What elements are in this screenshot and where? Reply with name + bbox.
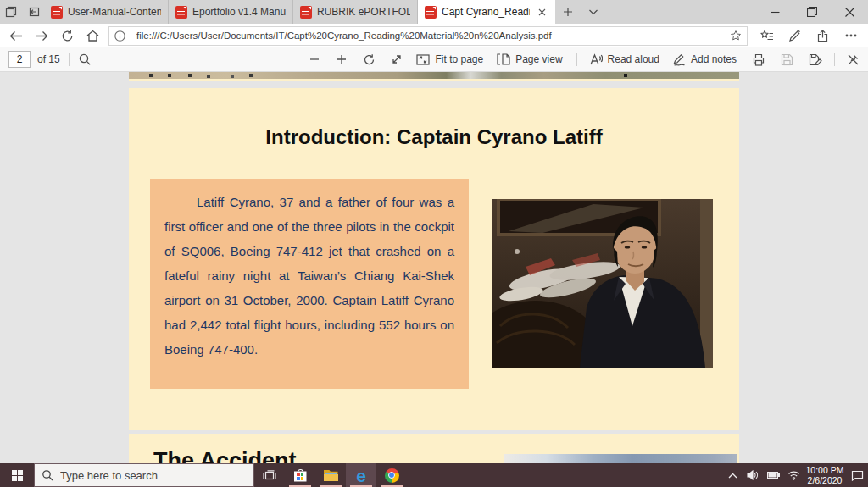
battery-icon[interactable] bbox=[763, 463, 783, 487]
share-button[interactable] bbox=[809, 25, 837, 47]
window-controls bbox=[756, 0, 868, 24]
search-icon bbox=[42, 469, 53, 481]
page-title: Introduction: Captain Cyrano Latiff bbox=[129, 125, 739, 149]
page-1-image-marks bbox=[149, 74, 153, 77]
toolbar-divider bbox=[834, 53, 835, 66]
page-total-label: of 15 bbox=[37, 53, 60, 65]
start-button[interactable] bbox=[0, 463, 34, 487]
back-button[interactable] bbox=[3, 25, 29, 47]
tab-list-button[interactable] bbox=[581, 0, 606, 24]
close-button[interactable] bbox=[831, 0, 868, 24]
clock-date: 2/6/2020 bbox=[808, 475, 843, 485]
url-text[interactable]: file:///C:/Users/User/Documents/IT/Capt%… bbox=[136, 30, 725, 41]
page-1-bottom-sliver bbox=[129, 72, 739, 81]
intro-paragraph: Latiff Cyrano, 37 and a father of four w… bbox=[164, 190, 454, 362]
settings-more-button[interactable] bbox=[837, 25, 865, 47]
find-in-document-icon[interactable] bbox=[78, 53, 92, 66]
tab-title: User-Manual-Contents ePor bbox=[68, 6, 161, 18]
fit-to-page-icon bbox=[416, 54, 430, 65]
tabs-aside-panel-icon bbox=[27, 6, 40, 18]
tab-close-icon[interactable] bbox=[535, 5, 548, 19]
tray-overflow-chevron[interactable] bbox=[722, 463, 743, 487]
tab-title: RUBRIK ePORTFOLIO.pdf bbox=[317, 6, 410, 18]
tabs-you-set-aside-button[interactable] bbox=[22, 0, 44, 24]
refresh-button[interactable] bbox=[54, 25, 80, 47]
pdf-file-icon bbox=[51, 6, 63, 19]
file-explorer-button[interactable] bbox=[315, 463, 346, 487]
page-number-input[interactable] bbox=[8, 51, 31, 68]
fit-to-page-button[interactable]: Fit to page bbox=[416, 53, 483, 65]
page-view-label: Page view bbox=[515, 53, 562, 65]
page-3-image-sliver bbox=[504, 454, 737, 463]
edge-button[interactable]: e bbox=[346, 463, 376, 487]
microsoft-store-button[interactable] bbox=[285, 463, 315, 487]
restore-button[interactable] bbox=[793, 0, 831, 24]
action-center-button[interactable] bbox=[846, 463, 868, 487]
save-button bbox=[781, 53, 793, 66]
set-tabs-aside-icon bbox=[5, 6, 17, 18]
taskbar: e 10:00 PM 2/6/2020 bbox=[0, 463, 868, 487]
page-1-image-strip bbox=[129, 72, 739, 79]
add-favorite-star-icon[interactable] bbox=[730, 30, 742, 42]
browser-window: User-Manual-Contents ePor Eportfolio v1.… bbox=[0, 0, 868, 487]
tab-user-manual-contents[interactable]: User-Manual-Contents ePor bbox=[44, 0, 169, 24]
pdf-file-icon bbox=[300, 6, 312, 19]
address-bar: file:///C:/Users/User/Documents/IT/Capt%… bbox=[0, 24, 868, 47]
read-aloud-icon bbox=[589, 53, 603, 65]
fit-to-page-label: Fit to page bbox=[435, 53, 483, 65]
page-view-icon bbox=[497, 53, 510, 65]
pdf-file-icon bbox=[425, 6, 437, 19]
tab-title: Capt Cyrano_Reading M bbox=[442, 6, 530, 18]
read-aloud-label: Read aloud bbox=[608, 53, 659, 65]
pdf-page-3-sliver: The Accident bbox=[129, 434, 739, 463]
url-divider bbox=[131, 30, 131, 42]
print-button[interactable] bbox=[752, 53, 765, 66]
page-view-button[interactable]: Page view bbox=[497, 53, 562, 65]
zoom-out-button[interactable] bbox=[309, 53, 320, 65]
add-notes-button[interactable]: Add notes bbox=[673, 53, 737, 66]
chrome-button[interactable] bbox=[376, 463, 407, 487]
save-as-button[interactable] bbox=[809, 53, 822, 66]
pdf-viewer[interactable]: Introduction: Captain Cyrano Latiff Lati… bbox=[0, 72, 868, 463]
tab-eportfolio-manual[interactable]: Eportfolio v1.4 Manual.pdf bbox=[169, 0, 293, 24]
pdf-toolbar: of 15 Fit to page Page view bbox=[0, 47, 868, 72]
captain-photo bbox=[492, 199, 713, 368]
favorites-hub-button[interactable] bbox=[753, 25, 781, 47]
unpin-toolbar-button[interactable] bbox=[847, 53, 860, 66]
new-tab-button[interactable] bbox=[555, 0, 581, 24]
pdf-page-2: Introduction: Captain Cyrano Latiff Lati… bbox=[129, 88, 739, 430]
windows-logo-icon bbox=[12, 470, 23, 481]
fullscreen-button[interactable] bbox=[391, 53, 403, 65]
toolbar-divider bbox=[576, 53, 577, 66]
clock[interactable]: 10:00 PM 2/6/2020 bbox=[804, 463, 846, 487]
tab-rubrik-eportfolio[interactable]: RUBRIK ePORTFOLIO.pdf bbox=[293, 0, 418, 24]
read-aloud-button[interactable]: Read aloud bbox=[589, 53, 659, 65]
minimize-button[interactable] bbox=[756, 0, 793, 24]
system-tray: 10:00 PM 2/6/2020 bbox=[722, 463, 868, 487]
url-field[interactable]: file:///C:/Users/User/Documents/IT/Capt%… bbox=[108, 26, 748, 46]
site-info-icon[interactable] bbox=[114, 30, 125, 42]
clock-time: 10:00 PM bbox=[806, 465, 844, 475]
taskbar-search-box[interactable] bbox=[34, 463, 254, 487]
tab-bar: User-Manual-Contents ePor Eportfolio v1.… bbox=[0, 0, 868, 24]
wifi-icon[interactable] bbox=[783, 463, 804, 487]
web-notes-button[interactable] bbox=[781, 25, 809, 47]
edge-icon: e bbox=[356, 467, 366, 484]
taskbar-search-input[interactable] bbox=[60, 469, 230, 482]
pdf-file-icon bbox=[175, 6, 187, 19]
zoom-in-button[interactable] bbox=[336, 53, 348, 65]
add-notes-icon bbox=[673, 53, 686, 66]
accident-heading: The Accident bbox=[153, 448, 297, 463]
store-icon bbox=[294, 469, 307, 482]
tab-capt-cyrano-active[interactable]: Capt Cyrano_Reading M bbox=[418, 0, 555, 24]
chrome-icon bbox=[385, 468, 399, 483]
file-explorer-icon bbox=[324, 470, 338, 481]
page-1-margin bbox=[129, 79, 739, 81]
forward-button[interactable] bbox=[29, 25, 54, 47]
home-button[interactable] bbox=[80, 25, 105, 47]
tabs-set-aside-button[interactable] bbox=[0, 0, 22, 24]
intro-text-box: Latiff Cyrano, 37 and a father of four w… bbox=[150, 179, 469, 389]
task-view-button[interactable] bbox=[254, 463, 285, 487]
rotate-button[interactable] bbox=[363, 53, 376, 66]
volume-icon[interactable] bbox=[743, 463, 763, 487]
